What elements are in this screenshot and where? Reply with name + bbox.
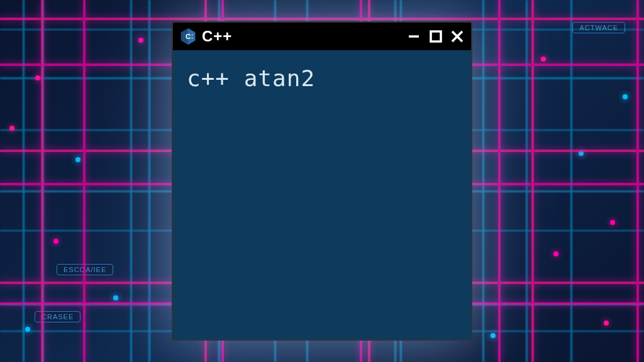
bg-badge: ESCOA/IEE [57,264,113,275]
close-icon [450,29,465,44]
minimize-button[interactable] [407,29,422,44]
close-button[interactable] [450,29,465,44]
bg-badge: CRASEE [35,311,80,322]
svg-text:+: + [191,36,193,40]
cpp-icon: C + + [179,28,197,45]
window-controls [407,29,465,44]
svg-text:C: C [186,33,191,40]
window-content: c++ atan2 [173,50,471,339]
window-glow-wrapper: C + + C++ [172,21,472,341]
maximize-button[interactable] [428,29,443,44]
maximize-icon [429,30,443,43]
app-window: C + + C++ [172,21,472,341]
svg-rect-6 [431,31,441,41]
minimize-icon [408,30,421,43]
titlebar[interactable]: C + + C++ [173,23,471,50]
bg-badge: ACTWACE [572,22,625,33]
window-title: C++ [202,28,402,45]
content-text: c++ atan2 [187,65,457,91]
